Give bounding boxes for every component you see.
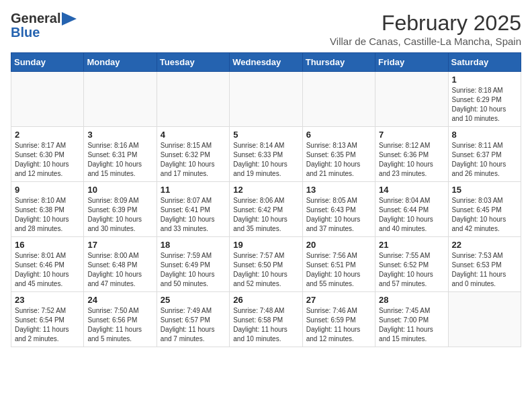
calendar-week-row: 2Sunrise: 8:17 AM Sunset: 6:30 PM Daylig… bbox=[11, 127, 521, 182]
calendar-week-row: 23Sunrise: 7:52 AM Sunset: 6:54 PM Dayli… bbox=[11, 292, 521, 347]
day-info: Sunrise: 8:17 AM Sunset: 6:30 PM Dayligh… bbox=[15, 141, 80, 179]
calendar-cell: 12Sunrise: 8:06 AM Sunset: 6:42 PM Dayli… bbox=[230, 182, 302, 237]
calendar-cell: 25Sunrise: 7:49 AM Sunset: 6:57 PM Dayli… bbox=[157, 292, 229, 347]
calendar-cell: 28Sunrise: 7:45 AM Sunset: 7:00 PM Dayli… bbox=[375, 292, 448, 347]
calendar-header-row: SundayMondayTuesdayWednesdayThursdayFrid… bbox=[11, 53, 521, 72]
day-number: 10 bbox=[87, 185, 152, 195]
page-header: General Blue February 2025 Villar de Can… bbox=[11, 11, 521, 47]
day-number: 20 bbox=[306, 240, 371, 250]
location: Villar de Canas, Castille-La Mancha, Spa… bbox=[330, 36, 521, 47]
day-info: Sunrise: 8:10 AM Sunset: 6:38 PM Dayligh… bbox=[15, 196, 80, 234]
calendar-cell: 13Sunrise: 8:05 AM Sunset: 6:43 PM Dayli… bbox=[302, 182, 375, 237]
day-info: Sunrise: 7:49 AM Sunset: 6:57 PM Dayligh… bbox=[161, 306, 226, 344]
day-info: Sunrise: 8:18 AM Sunset: 6:29 PM Dayligh… bbox=[452, 86, 517, 124]
title-area: February 2025 Villar de Canas, Castille-… bbox=[330, 11, 521, 47]
calendar-cell: 7Sunrise: 8:12 AM Sunset: 6:36 PM Daylig… bbox=[375, 127, 448, 182]
day-info: Sunrise: 8:06 AM Sunset: 6:42 PM Dayligh… bbox=[233, 196, 298, 234]
calendar-cell: 22Sunrise: 7:53 AM Sunset: 6:53 PM Dayli… bbox=[448, 237, 521, 292]
calendar-cell bbox=[302, 72, 375, 127]
logo-text-general: General bbox=[11, 11, 60, 26]
logo: General Blue bbox=[11, 11, 77, 40]
calendar-week-row: 9Sunrise: 8:10 AM Sunset: 6:38 PM Daylig… bbox=[11, 182, 521, 237]
day-info: Sunrise: 8:01 AM Sunset: 6:46 PM Dayligh… bbox=[15, 251, 80, 289]
day-info: Sunrise: 7:52 AM Sunset: 6:54 PM Dayligh… bbox=[15, 306, 80, 344]
day-number: 13 bbox=[306, 185, 371, 195]
day-info: Sunrise: 7:46 AM Sunset: 6:59 PM Dayligh… bbox=[306, 306, 371, 344]
calendar-cell: 16Sunrise: 8:01 AM Sunset: 6:46 PM Dayli… bbox=[11, 237, 84, 292]
day-number: 9 bbox=[15, 185, 80, 195]
calendar-cell: 3Sunrise: 8:16 AM Sunset: 6:31 PM Daylig… bbox=[84, 127, 157, 182]
day-number: 26 bbox=[233, 295, 298, 305]
calendar-week-row: 16Sunrise: 8:01 AM Sunset: 6:46 PM Dayli… bbox=[11, 237, 521, 292]
day-number: 17 bbox=[87, 240, 152, 250]
weekday-header: Sunday bbox=[11, 53, 84, 72]
calendar-cell: 26Sunrise: 7:48 AM Sunset: 6:58 PM Dayli… bbox=[230, 292, 302, 347]
day-number: 3 bbox=[87, 130, 152, 140]
calendar-cell: 11Sunrise: 8:07 AM Sunset: 6:41 PM Dayli… bbox=[157, 182, 229, 237]
calendar-cell: 14Sunrise: 8:04 AM Sunset: 6:44 PM Dayli… bbox=[375, 182, 448, 237]
day-info: Sunrise: 8:00 AM Sunset: 6:48 PM Dayligh… bbox=[87, 251, 152, 289]
day-number: 28 bbox=[379, 295, 444, 305]
day-info: Sunrise: 8:05 AM Sunset: 6:43 PM Dayligh… bbox=[306, 196, 371, 234]
calendar-cell bbox=[157, 72, 229, 127]
day-number: 11 bbox=[161, 185, 226, 195]
calendar-cell: 5Sunrise: 8:14 AM Sunset: 6:33 PM Daylig… bbox=[230, 127, 302, 182]
day-info: Sunrise: 7:57 AM Sunset: 6:50 PM Dayligh… bbox=[233, 251, 298, 289]
calendar-cell: 21Sunrise: 7:55 AM Sunset: 6:52 PM Dayli… bbox=[375, 237, 448, 292]
day-info: Sunrise: 7:56 AM Sunset: 6:51 PM Dayligh… bbox=[306, 251, 371, 289]
day-info: Sunrise: 8:09 AM Sunset: 6:39 PM Dayligh… bbox=[87, 196, 152, 234]
weekday-header: Saturday bbox=[448, 53, 521, 72]
day-number: 8 bbox=[452, 130, 517, 140]
day-info: Sunrise: 8:04 AM Sunset: 6:44 PM Dayligh… bbox=[379, 196, 444, 234]
day-info: Sunrise: 8:11 AM Sunset: 6:37 PM Dayligh… bbox=[452, 141, 517, 179]
weekday-header: Tuesday bbox=[157, 53, 229, 72]
logo-text-blue: Blue bbox=[11, 25, 40, 40]
calendar-cell: 2Sunrise: 8:17 AM Sunset: 6:30 PM Daylig… bbox=[11, 127, 84, 182]
day-info: Sunrise: 8:15 AM Sunset: 6:32 PM Dayligh… bbox=[161, 141, 226, 179]
calendar-cell bbox=[230, 72, 302, 127]
day-info: Sunrise: 8:12 AM Sunset: 6:36 PM Dayligh… bbox=[379, 141, 444, 179]
day-number: 16 bbox=[15, 240, 80, 250]
calendar-cell: 24Sunrise: 7:50 AM Sunset: 6:56 PM Dayli… bbox=[84, 292, 157, 347]
weekday-header: Friday bbox=[375, 53, 448, 72]
calendar-cell: 9Sunrise: 8:10 AM Sunset: 6:38 PM Daylig… bbox=[11, 182, 84, 237]
calendar-cell bbox=[11, 72, 84, 127]
calendar-cell: 18Sunrise: 7:59 AM Sunset: 6:49 PM Dayli… bbox=[157, 237, 229, 292]
calendar-cell: 4Sunrise: 8:15 AM Sunset: 6:32 PM Daylig… bbox=[157, 127, 229, 182]
day-number: 7 bbox=[379, 130, 444, 140]
day-info: Sunrise: 7:55 AM Sunset: 6:52 PM Dayligh… bbox=[379, 251, 444, 289]
calendar-cell bbox=[375, 72, 448, 127]
svg-marker-0 bbox=[62, 12, 77, 26]
day-number: 21 bbox=[379, 240, 444, 250]
day-number: 1 bbox=[452, 75, 517, 85]
day-number: 2 bbox=[15, 130, 80, 140]
logo-icon bbox=[62, 12, 77, 26]
day-number: 18 bbox=[161, 240, 226, 250]
weekday-header: Wednesday bbox=[230, 53, 302, 72]
day-number: 5 bbox=[233, 130, 298, 140]
day-number: 6 bbox=[306, 130, 371, 140]
calendar-cell: 17Sunrise: 8:00 AM Sunset: 6:48 PM Dayli… bbox=[84, 237, 157, 292]
day-info: Sunrise: 7:59 AM Sunset: 6:49 PM Dayligh… bbox=[161, 251, 226, 289]
calendar-cell: 6Sunrise: 8:13 AM Sunset: 6:35 PM Daylig… bbox=[302, 127, 375, 182]
calendar-table: SundayMondayTuesdayWednesdayThursdayFrid… bbox=[11, 52, 521, 347]
calendar-week-row: 1Sunrise: 8:18 AM Sunset: 6:29 PM Daylig… bbox=[11, 72, 521, 127]
day-info: Sunrise: 8:16 AM Sunset: 6:31 PM Dayligh… bbox=[87, 141, 152, 179]
calendar-cell bbox=[84, 72, 157, 127]
day-info: Sunrise: 8:03 AM Sunset: 6:45 PM Dayligh… bbox=[452, 196, 517, 234]
day-number: 22 bbox=[452, 240, 517, 250]
day-number: 12 bbox=[233, 185, 298, 195]
weekday-header: Thursday bbox=[302, 53, 375, 72]
calendar-cell: 20Sunrise: 7:56 AM Sunset: 6:51 PM Dayli… bbox=[302, 237, 375, 292]
day-number: 24 bbox=[87, 295, 152, 305]
day-info: Sunrise: 8:14 AM Sunset: 6:33 PM Dayligh… bbox=[233, 141, 298, 179]
calendar-cell: 19Sunrise: 7:57 AM Sunset: 6:50 PM Dayli… bbox=[230, 237, 302, 292]
day-info: Sunrise: 7:50 AM Sunset: 6:56 PM Dayligh… bbox=[87, 306, 152, 344]
weekday-header: Monday bbox=[84, 53, 157, 72]
day-info: Sunrise: 7:45 AM Sunset: 7:00 PM Dayligh… bbox=[379, 306, 444, 344]
day-info: Sunrise: 7:53 AM Sunset: 6:53 PM Dayligh… bbox=[452, 251, 517, 289]
calendar-cell: 23Sunrise: 7:52 AM Sunset: 6:54 PM Dayli… bbox=[11, 292, 84, 347]
calendar-cell: 27Sunrise: 7:46 AM Sunset: 6:59 PM Dayli… bbox=[302, 292, 375, 347]
day-number: 14 bbox=[379, 185, 444, 195]
day-number: 25 bbox=[161, 295, 226, 305]
